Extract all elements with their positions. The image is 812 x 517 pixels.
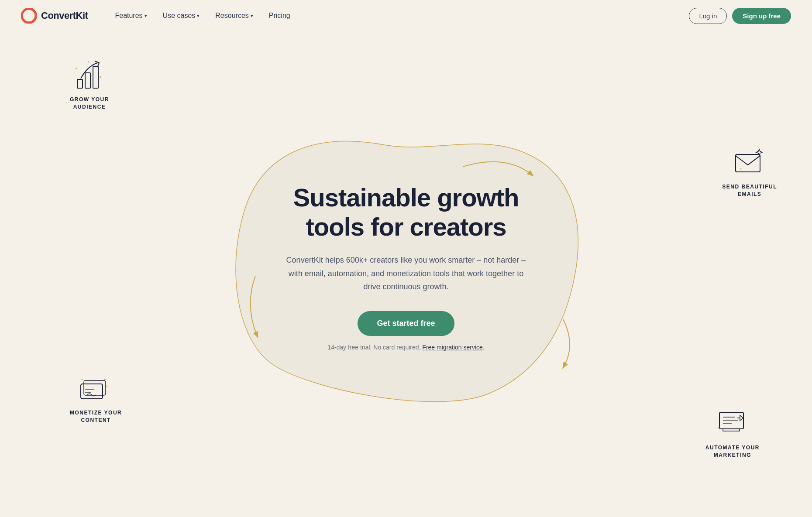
svg-point-7 [76,68,77,69]
migration-link[interactable]: Free migration service [422,344,483,351]
hero-content: Sustainable growth tools for creators Co… [258,166,554,368]
svg-rect-10 [736,154,760,172]
email-label: SEND BEAUTIFUL EMAILS [722,183,777,198]
hero-section: GROW YOUR AUDIENCE SEND BEAUTIFUL EMAILS [0,31,812,503]
login-button[interactable]: Log in [689,8,727,24]
svg-rect-20 [723,429,740,431]
nav-actions: Log in Sign up free [689,8,791,24]
resources-chevron-icon: ▾ [251,13,253,19]
feature-automate: AUTOMATE YOUR MARKETING [705,406,760,459]
nav-pricing[interactable]: Pricing [263,8,296,23]
feature-grow: GROW YOUR AUDIENCE [70,58,109,111]
svg-rect-5 [85,73,90,88]
navbar: ConvertKit Features ▾ Use cases ▾ Resour… [0,0,812,31]
feature-email: SEND BEAUTIFUL EMAILS [722,145,777,198]
nav-links: Features ▾ Use cases ▾ Resources ▾ Prici… [109,8,689,23]
feature-monetize: MONETIZE YOUR CONTENT [70,371,122,424]
svg-rect-6 [93,66,98,88]
svg-rect-4 [77,79,83,88]
send-email-icon [732,145,767,180]
automate-label: AUTOMATE YOUR MARKETING [705,444,760,459]
automate-icon [715,406,750,441]
logo[interactable]: ConvertKit [21,8,88,24]
svg-point-24 [718,427,719,428]
logo-text: ConvertKit [41,10,88,21]
svg-point-11 [740,168,742,170]
nav-use-cases[interactable]: Use cases ▾ [157,8,206,23]
hero-footnote: 14-day free trial. No card required. Fre… [266,344,546,351]
nav-resources[interactable]: Resources ▾ [209,8,259,23]
svg-point-17 [81,379,83,380]
monetize-label: MONETIZE YOUR CONTENT [70,409,122,424]
features-chevron-icon: ▾ [145,13,147,19]
cta-button[interactable]: Get started free [358,311,454,336]
svg-point-18 [106,386,107,387]
svg-point-8 [100,76,101,78]
logo-icon [21,8,37,24]
hero-title: Sustainable growth tools for creators [266,183,546,241]
svg-point-16 [104,379,106,380]
svg-point-9 [88,62,89,63]
signup-button[interactable]: Sign up free [732,8,791,24]
nav-features[interactable]: Features ▾ [109,8,153,23]
monetize-icon [79,371,114,406]
grow-label: GROW YOUR AUDIENCE [70,96,109,111]
use-cases-chevron-icon: ▾ [197,13,200,19]
grow-audience-icon [72,58,107,92]
hero-subtitle: ConvertKit helps 600k+ creators like you… [279,253,533,294]
